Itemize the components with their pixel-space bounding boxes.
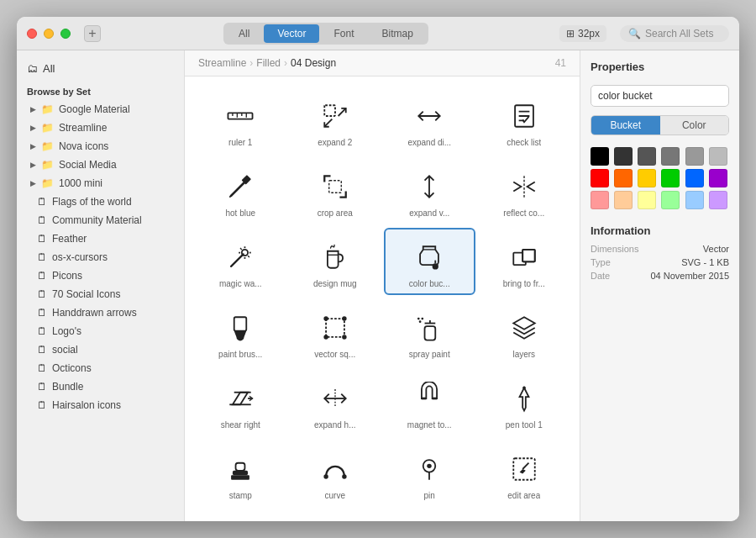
icon-item-10[interactable]: color buc... (384, 228, 475, 295)
sidebar-item-picons[interactable]: 🗒 Picons (17, 266, 184, 285)
svg-rect-33 (234, 317, 247, 330)
chevron-right-icon: ▶ (30, 105, 36, 113)
maximize-button[interactable] (60, 29, 71, 39)
color-swatch-6[interactable] (591, 169, 609, 187)
icon-label: layers (512, 350, 535, 359)
sidebar-item-social-media[interactable]: ▶ 📁 Social Media (17, 156, 184, 174)
color-swatch-2[interactable] (638, 147, 656, 166)
color-swatch-14[interactable] (638, 191, 656, 209)
color-swatch-4[interactable] (685, 147, 704, 166)
icon-image (222, 98, 259, 134)
icon-item-22[interactable]: pin (384, 440, 475, 507)
color-swatch-15[interactable] (661, 191, 680, 209)
icon-image (317, 380, 354, 417)
icon-label: hot blue (225, 208, 255, 218)
icon-item-18[interactable]: magnet to... (384, 369, 475, 436)
icon-item-13[interactable]: vector sq... (290, 298, 381, 366)
tab-bitmap[interactable]: Bitmap (369, 24, 427, 43)
sidebar-all[interactable]: 🗂 All (17, 57, 184, 80)
sidebar-item-community[interactable]: 🗒 Community Material (17, 211, 184, 229)
sidebar-item-social[interactable]: 🗒 social (17, 340, 184, 359)
sidebar-item-bundle[interactable]: 🗒 Bundle (17, 377, 184, 396)
color-swatch-8[interactable] (638, 169, 656, 187)
sidebar-item-flags[interactable]: 🗒 Flags of the world (17, 193, 184, 211)
icon-label: expand v... (409, 208, 449, 218)
sidebar-item-70social[interactable]: 🗒 70 Social Icons (17, 285, 184, 303)
tab-font[interactable]: Font (320, 24, 367, 43)
size-selector[interactable]: ⊞ 32px (559, 25, 606, 42)
color-swatch-1[interactable] (614, 147, 633, 166)
icon-item-23[interactable]: edit area (479, 440, 570, 507)
svg-point-37 (323, 335, 328, 339)
sidebar-item-osx[interactable]: 🗒 os-x-cursors (17, 248, 184, 266)
add-tab-button[interactable]: + (84, 25, 101, 42)
color-swatch-0[interactable] (591, 147, 609, 166)
sidebar-item-streamline[interactable]: ▶ 📁 Streamline (17, 119, 184, 137)
sidebar-item-hairsalon[interactable]: 🗒 Hairsalon icons (17, 396, 184, 414)
icon-item-14[interactable]: spray paint (384, 298, 475, 366)
icon-item-11[interactable]: bring to fr... (479, 228, 570, 295)
color-swatch-9[interactable] (661, 169, 680, 187)
file-icon: 🗒 (37, 381, 47, 393)
color-swatch-5[interactable] (709, 147, 727, 166)
color-swatch-7[interactable] (614, 169, 633, 187)
icon-item-21[interactable]: curve (290, 440, 381, 507)
icon-image (506, 168, 543, 205)
icon-item-5[interactable]: crop area (290, 157, 381, 224)
sidebar-item-handdrawn[interactable]: 🗒 Handdrawn arrows (17, 303, 184, 322)
tab-vector[interactable]: Vector (264, 24, 319, 43)
info-value-type: SVG - 1 KB (681, 257, 729, 267)
breadcrumb-part-1[interactable]: Streamline (198, 57, 246, 69)
sidebar-item-feather[interactable]: 🗒 Feather (17, 229, 184, 248)
toggle-bucket[interactable]: Bucket (591, 116, 660, 134)
icon-image (317, 98, 354, 134)
property-search-input[interactable] (591, 85, 729, 107)
icon-item-0[interactable]: ruler 1 (195, 87, 286, 154)
icon-label: ruler 1 (228, 138, 252, 147)
toggle-color[interactable]: Color (660, 116, 729, 134)
sidebar-item-logos[interactable]: 🗒 Logo's (17, 322, 184, 340)
sidebar-item-nova[interactable]: ▶ 📁 Nova icons (17, 137, 184, 156)
breadcrumb-current[interactable]: 04 Design (291, 57, 336, 69)
minimize-button[interactable] (44, 29, 54, 39)
close-button[interactable] (27, 29, 37, 39)
sidebar-item-google-material[interactable]: ▶ 📁 Google Material (17, 100, 184, 119)
icon-item-4[interactable]: hot blue (195, 157, 286, 224)
breadcrumb-part-2[interactable]: Filled (256, 57, 281, 69)
icon-item-16[interactable]: shear right (195, 369, 286, 436)
icon-item-8[interactable]: magic wa... (195, 228, 286, 295)
color-swatch-17[interactable] (709, 191, 727, 209)
icon-item-19[interactable]: pen tool 1 (479, 369, 570, 436)
svg-point-58 (323, 474, 328, 478)
icon-label: shear right (221, 420, 260, 430)
icon-item-17[interactable]: expand h... (290, 369, 381, 436)
folder-icon: 🗂 (27, 62, 38, 75)
icon-label: stamp (229, 491, 252, 500)
search-bar[interactable]: 🔍 Search All Sets (620, 25, 729, 42)
icon-image (411, 309, 448, 346)
icon-item-1[interactable]: expand 2 (290, 87, 381, 154)
svg-line-25 (240, 248, 242, 250)
tab-all[interactable]: All (225, 24, 263, 43)
icon-image (411, 239, 448, 276)
grid-icon: ⊞ (566, 28, 575, 40)
sidebar-item-octicons[interactable]: 🗒 Octicons (17, 359, 184, 377)
color-swatch-11[interactable] (709, 169, 727, 187)
icon-item-9[interactable]: design mug (290, 228, 381, 295)
info-row-dimensions: Dimensions Vector (591, 244, 729, 254)
icon-item-3[interactable]: check list (479, 87, 570, 154)
icon-label: curve (325, 491, 345, 500)
sidebar-item-1000mini[interactable]: ▶ 📁 1000 mini (17, 174, 184, 193)
icon-item-6[interactable]: expand v... (384, 157, 475, 224)
color-swatch-16[interactable] (685, 191, 704, 209)
icon-item-20[interactable]: stamp (195, 440, 286, 507)
color-swatch-12[interactable] (591, 191, 609, 209)
icon-item-7[interactable]: reflect co... (479, 157, 570, 224)
icon-item-15[interactable]: layers (479, 298, 570, 366)
color-swatch-3[interactable] (661, 147, 680, 166)
icon-item-12[interactable]: paint brus... (195, 298, 286, 366)
icon-image (411, 451, 448, 488)
color-swatch-13[interactable] (614, 191, 633, 209)
color-swatch-10[interactable] (685, 169, 704, 187)
icon-item-2[interactable]: expand di... (384, 87, 475, 154)
